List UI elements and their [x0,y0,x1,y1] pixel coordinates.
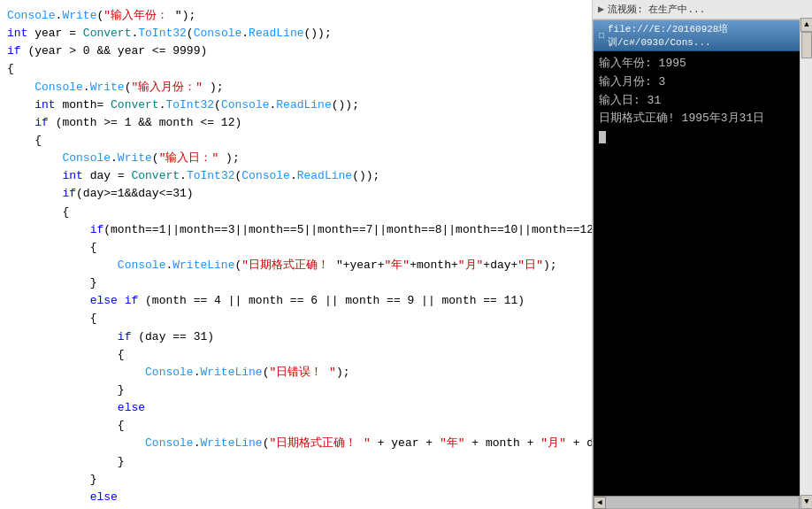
console-line-1: 输入年份: 1995 [599,57,686,70]
console-window-icon: □ [599,31,604,41]
console-window: □ file:///E:/20160928培训/c#/0930/Cons... … [593,19,812,509]
right-vscrollbar[interactable]: ▲ ▼ [800,18,812,509]
right-panel: ▶ 流视频: 在生产中... □ file:///E:/20160928培训/c… [593,0,812,509]
console-scroll-track[interactable] [606,497,799,508]
console-output: 输入年份: 1995 输入月份: 3 输入日: 31 日期格式正确! 1995年… [599,55,806,147]
scroll-up-btn[interactable]: ▲ [801,18,812,32]
code-panel: Console.Write("输入年份： "); int year = Conv… [0,0,592,509]
console-hscrollbar[interactable]: ◀ ▶ [594,496,811,508]
video-icon: ▶ [598,3,604,16]
console-cursor [599,131,606,143]
console-line-4: 日期格式正确! 1995年3月31日 [599,112,764,125]
console-scroll-left[interactable]: ◀ [594,497,606,509]
console-line-3: 输入日: 31 [599,94,661,107]
right-topbar: ▶ 流视频: 在生产中... [593,0,812,19]
console-titlebar: □ file:///E:/20160928培训/c#/0930/Cons... [594,20,811,51]
scroll-track [801,32,812,495]
scroll-down-btn[interactable]: ▼ [801,495,812,509]
main-container: Console.Write("输入年份： "); int year = Conv… [0,0,812,509]
scroll-thumb[interactable] [801,32,812,58]
code-content: Console.Write("输入年份： "); int year = Conv… [7,7,592,509]
console-title: file:///E:/20160928培训/c#/0930/Cons... [608,22,806,49]
console-line-2: 输入月份: 3 [599,75,665,89]
console-body: 输入年份: 1995 输入月份: 3 输入日: 31 日期格式正确! 1995年… [594,51,811,496]
stream-label: 流视频: 在生产中... [608,3,705,16]
